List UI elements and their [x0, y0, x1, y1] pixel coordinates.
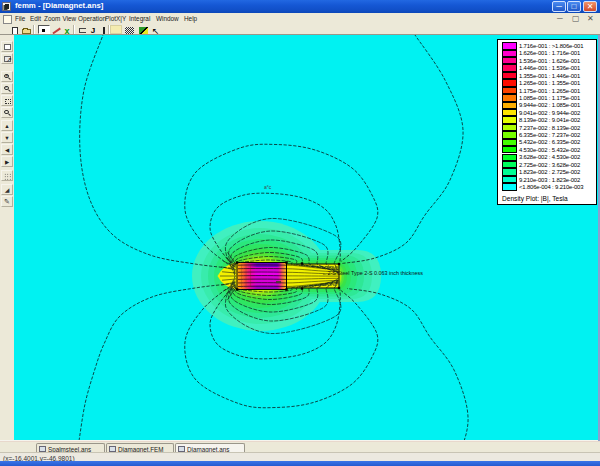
- svg-text:←2-S Steel Type 2-S 0.063 inch: ←2-S Steel Type 2-S 0.063 inch thickness: [322, 270, 423, 276]
- svg-text:a°c: a°c: [264, 184, 272, 190]
